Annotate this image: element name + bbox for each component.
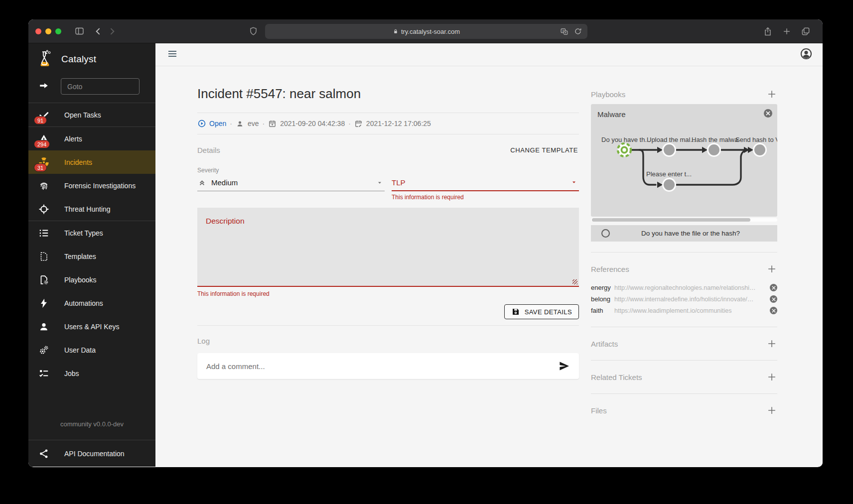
translate-icon[interactable]: A bbox=[559, 26, 569, 37]
crosshair-icon bbox=[38, 203, 50, 215]
divider bbox=[591, 393, 777, 394]
svg-text:Upload the mal...: Upload the mal... bbox=[647, 136, 696, 143]
reference-row: belong http://www.internalredefine.info/… bbox=[591, 293, 777, 305]
add-related-ticket-button[interactable] bbox=[766, 372, 777, 382]
sidebar-item-jobs[interactable]: Jobs bbox=[28, 362, 155, 385]
reference-link[interactable]: http://www.internalredefine.info/holisti… bbox=[614, 296, 765, 303]
created-date-icon bbox=[268, 120, 277, 128]
divider bbox=[591, 360, 777, 361]
related-tickets-section-label: Related Tickets bbox=[591, 373, 642, 381]
new-tab-icon[interactable] bbox=[780, 24, 794, 38]
playbook-scrollbar bbox=[591, 218, 777, 222]
main-area: Incident #5547: near salmon Open · eve ·… bbox=[155, 43, 823, 467]
description-textarea[interactable]: Description bbox=[197, 208, 579, 287]
reload-icon[interactable] bbox=[572, 26, 583, 37]
traffic-lights bbox=[35, 28, 61, 34]
brand-name: Catalyst bbox=[61, 54, 96, 65]
artifacts-section-label: Artifacts bbox=[591, 340, 618, 348]
sidebar-item-alerts[interactable]: 294 Alerts bbox=[28, 127, 155, 150]
sidebar-item-incidents[interactable]: 31 Incidents bbox=[28, 150, 155, 174]
sidebar-item-playbooks[interactable]: Playbooks bbox=[28, 268, 155, 291]
sidebar-item-threat-hunting[interactable]: Threat Hunting bbox=[28, 197, 155, 221]
sidebar-item-open-tasks[interactable]: 91 Open Tasks bbox=[28, 103, 155, 126]
add-reference-button[interactable] bbox=[766, 263, 777, 274]
goto-input[interactable] bbox=[61, 78, 140, 95]
created-timestamp: 2021-09-20 04:42:38 bbox=[280, 120, 345, 127]
forward-icon[interactable] bbox=[105, 24, 119, 38]
sidebar: Catalyst 91 Open Tasks 29 bbox=[28, 43, 155, 467]
sidebar-item-templates[interactable]: Templates bbox=[28, 245, 155, 268]
privacy-shield-icon[interactable] bbox=[246, 24, 260, 38]
incident-meta-row: Open · eve · 2021-09-20 04:42:38 · 2021-… bbox=[197, 113, 579, 134]
playbook-node-labels: Do you have th... Upload the mal... Hash… bbox=[601, 136, 777, 178]
playbook-card-malware: Malware bbox=[591, 104, 777, 217]
browser-window: try.catalyst-soar.com A bbox=[28, 19, 823, 467]
resize-handle[interactable] bbox=[572, 279, 577, 284]
playbook-graph[interactable]: Do you have th... Upload the mal... Hash… bbox=[591, 104, 777, 217]
status-chip[interactable]: Open bbox=[197, 119, 226, 128]
playbook-icon bbox=[38, 274, 50, 286]
remove-reference-button[interactable] bbox=[770, 307, 777, 314]
check-icon: 91 bbox=[38, 109, 50, 121]
remove-reference-button[interactable] bbox=[770, 295, 777, 303]
remove-reference-button[interactable] bbox=[770, 284, 777, 291]
add-artifact-button[interactable] bbox=[766, 338, 777, 349]
tab-overview-icon[interactable] bbox=[799, 24, 813, 38]
task-radio[interactable] bbox=[601, 229, 610, 238]
details-section-label: Details bbox=[197, 146, 220, 154]
severity-medium-icon bbox=[197, 178, 207, 187]
alerts-badge: 294 bbox=[34, 140, 50, 148]
save-details-button[interactable]: SAVE DETAILS bbox=[504, 304, 579, 319]
address-bar[interactable]: try.catalyst-soar.com A bbox=[265, 24, 587, 39]
app-version: community v0.0.0-dev bbox=[28, 420, 155, 440]
log-section-label: Log bbox=[197, 337, 579, 345]
references-section-label: References bbox=[591, 265, 629, 273]
share-icon[interactable] bbox=[761, 24, 775, 38]
sidebar-toggle-icon[interactable] bbox=[72, 24, 86, 38]
incident-detail: Incident #5547: near salmon Open · eve ·… bbox=[197, 66, 579, 467]
sidebar-item-ticket-types[interactable]: Ticket Types bbox=[28, 221, 155, 245]
add-file-button[interactable] bbox=[766, 405, 777, 416]
change-template-button[interactable]: CHANGE TEMPLATE bbox=[509, 144, 579, 156]
gears-icon bbox=[38, 344, 50, 356]
severity-value: Medium bbox=[211, 178, 238, 187]
playbooks-section-label: Playbooks bbox=[591, 90, 625, 99]
menu-icon[interactable] bbox=[166, 48, 178, 62]
sidebar-item-forensic-investigations[interactable]: Forensic Investigations bbox=[28, 174, 155, 197]
comment-card bbox=[197, 353, 579, 379]
svg-text:Please enter t...: Please enter t... bbox=[646, 170, 692, 178]
send-icon[interactable] bbox=[558, 360, 570, 372]
api-share-icon bbox=[38, 448, 50, 460]
add-playbook-button[interactable] bbox=[766, 89, 777, 100]
playbook-task-row[interactable]: Do you have the file or the hash? bbox=[591, 225, 777, 242]
minimize-window-button[interactable] bbox=[45, 28, 51, 34]
sidebar-item-automations[interactable]: Automations bbox=[28, 291, 155, 315]
reference-link[interactable]: https://www.leadimplement.io/communities bbox=[614, 307, 765, 314]
tlp-error-text: This information is required bbox=[392, 194, 579, 201]
fingerprint-icon bbox=[38, 180, 50, 192]
scrollbar-thumb[interactable] bbox=[592, 218, 750, 222]
account-icon[interactable] bbox=[800, 47, 813, 62]
owner-icon bbox=[236, 120, 244, 128]
tlp-field: TLP This information is required bbox=[392, 167, 579, 201]
reference-row: faith https://www.leadimplement.io/commu… bbox=[591, 305, 777, 316]
sidebar-item-users-api-keys[interactable]: Users & API Keys bbox=[28, 315, 155, 338]
reference-link[interactable]: http://www.regionaltechnologies.name/rel… bbox=[614, 284, 765, 291]
reference-name: belong bbox=[591, 295, 614, 303]
files-section-label: Files bbox=[591, 406, 607, 415]
warning-icon: 294 bbox=[38, 133, 50, 145]
save-icon bbox=[511, 307, 520, 316]
tlp-select[interactable]: TLP bbox=[392, 174, 579, 191]
incidents-badge: 31 bbox=[34, 163, 47, 172]
zoom-window-button[interactable] bbox=[55, 28, 61, 34]
reference-row: energy http://www.regionaltechnologies.n… bbox=[591, 282, 777, 293]
severity-select[interactable]: Medium bbox=[197, 174, 385, 191]
sidebar-item-user-data[interactable]: User Data bbox=[28, 338, 155, 362]
comment-input[interactable] bbox=[206, 362, 558, 371]
open-status-icon bbox=[197, 119, 206, 128]
bolt-icon bbox=[38, 297, 50, 309]
close-window-button[interactable] bbox=[35, 28, 41, 34]
back-icon[interactable] bbox=[91, 24, 105, 38]
severity-label: Severity bbox=[197, 167, 385, 174]
sidebar-item-api-documentation[interactable]: API Documentation bbox=[28, 440, 155, 467]
